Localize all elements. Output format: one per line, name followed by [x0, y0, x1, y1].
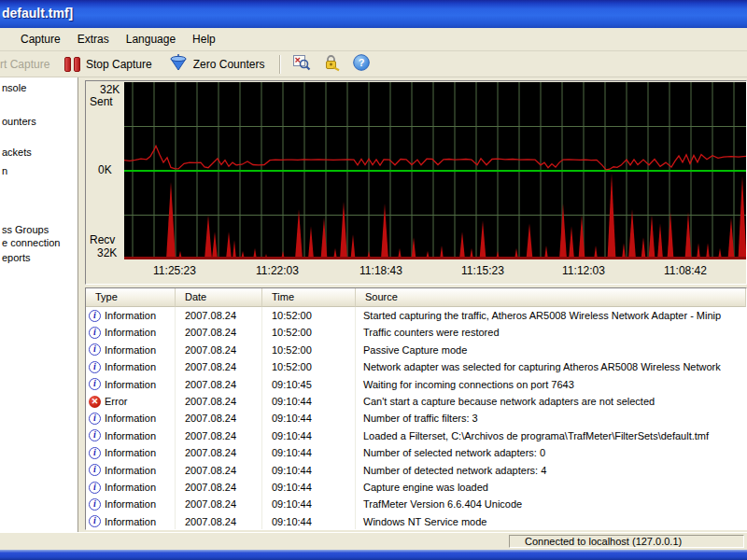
tree-item[interactable]: n — [2, 165, 7, 176]
log-cell-source: Windows NT Service mode — [356, 513, 746, 530]
log-cell-source: Waiting for incoming connections on port… — [356, 376, 746, 393]
log-cell-time: 10:52:00 — [262, 358, 356, 375]
title-bar[interactable]: default.tmf] — [0, 0, 747, 28]
log-row[interactable]: iInformation2007.08.2410:52:00Network ad… — [86, 358, 746, 375]
log-cell-date: 2007.08.24 — [176, 513, 262, 530]
log-table: Type Date Time Source iInformation2007.0… — [85, 287, 747, 530]
traffic-graph-panel: 32K Sent 0K Recv 32K 11:25:2311:22:0311:… — [85, 80, 747, 285]
log-cell-date: 2007.08.24 — [176, 376, 262, 393]
log-cell-source: Loaded a Filterset, C:\Archivos de progr… — [356, 427, 746, 444]
log-cell-type: iInformation — [86, 513, 176, 530]
information-icon: i — [89, 343, 101, 356]
zero-counters-label: Zero Counters — [193, 58, 265, 71]
column-header-source[interactable]: Source — [356, 288, 746, 307]
log-cell-type: iInformation — [86, 444, 176, 461]
stop-capture-label: Stop Capture — [86, 58, 152, 71]
log-cell-date: 2007.08.24 — [176, 462, 262, 479]
stop-capture-button[interactable]: Stop Capture — [61, 55, 156, 74]
log-cell-time: 09:10:44 — [262, 444, 356, 461]
log-row[interactable]: iInformation2007.08.2410:52:00Started ca… — [86, 307, 746, 324]
menu-item-extras[interactable]: Extras — [69, 30, 118, 49]
log-table-header: Type Date Time Source — [86, 288, 746, 307]
log-cell-type: iInformation — [86, 376, 176, 393]
help-button[interactable]: ? — [349, 53, 374, 76]
information-icon: i — [89, 429, 101, 441]
log-cell-time: 09:10:44 — [262, 479, 356, 496]
log-row[interactable]: iInformation2007.08.2409:10:44Number of … — [86, 462, 746, 479]
log-cell-date: 2007.08.24 — [176, 496, 262, 512]
log-cell-time: 10:52:00 — [262, 307, 356, 324]
log-row[interactable]: iInformation2007.08.2409:10:44Capture en… — [86, 479, 746, 496]
log-row[interactable]: iInformation2007.08.2409:10:44Loaded a F… — [86, 427, 746, 444]
log-cell-time: 10:52:00 — [262, 342, 356, 358]
tree-item[interactable]: nsole — [2, 82, 26, 93]
log-cell-date: 2007.08.24 — [176, 410, 262, 427]
y-axis-zero-label: 0K — [98, 163, 112, 176]
menu-item-capture[interactable]: Capture — [12, 30, 69, 49]
log-cell-date: 2007.08.24 — [176, 324, 262, 341]
navigation-tree: nsoleountersacketsnss Groupse connection… — [0, 77, 78, 532]
log-cell-type: ✕Error — [86, 393, 176, 410]
log-cell-source: Number of selected network adapters: 0 — [356, 444, 746, 461]
lock-button[interactable] — [319, 53, 344, 76]
log-row[interactable]: iInformation2007.08.2409:10:44Windows NT… — [86, 513, 746, 530]
help-icon: ? — [352, 53, 371, 75]
information-icon: i — [89, 361, 101, 373]
log-cell-source: Passive Capture mode — [356, 342, 746, 358]
tree-item[interactable]: ounters — [2, 116, 36, 127]
log-row[interactable]: iInformation2007.08.2409:10:44Number of … — [86, 410, 746, 427]
log-cell-date: 2007.08.24 — [176, 479, 262, 496]
log-row[interactable]: iInformation2007.08.2409:10:44Number of … — [86, 444, 746, 461]
recv-series-label: Recv — [90, 233, 115, 246]
menu-bar: CaptureExtrasLanguageHelp — [0, 28, 747, 51]
zero-counters-button[interactable]: Zero Counters — [165, 51, 269, 77]
information-icon: i — [89, 482, 101, 494]
log-cell-source: Network adapter was selected for capturi… — [356, 358, 746, 375]
log-table-body: iInformation2007.08.2410:52:00Started ca… — [86, 307, 746, 530]
find-filter-icon — [292, 53, 311, 75]
column-header-time[interactable]: Time — [262, 288, 356, 307]
log-row[interactable]: iInformation2007.08.2409:10:45Waiting fo… — [86, 376, 746, 393]
zero-counters-icon — [169, 53, 188, 75]
window-title: default.tmf] — [2, 6, 73, 21]
information-icon: i — [89, 498, 101, 511]
sent-series-label: Sent — [90, 95, 113, 108]
tree-item[interactable]: ackets — [2, 147, 32, 158]
find-filter-button[interactable] — [289, 53, 314, 76]
tree-item[interactable]: eports — [2, 252, 31, 263]
time-tick-label: 11:08:42 — [664, 264, 707, 277]
window-bottom-border — [0, 550, 747, 560]
error-icon: ✕ — [89, 396, 101, 408]
log-cell-type: iInformation — [86, 307, 176, 324]
log-cell-source: Started capturing the traffic, Atheros A… — [356, 307, 746, 324]
log-row[interactable]: iInformation2007.08.2409:10:44TrafMeter … — [86, 496, 746, 512]
log-row[interactable]: iInformation2007.08.2410:52:00Traffic co… — [86, 324, 746, 341]
column-header-type[interactable]: Type — [86, 288, 176, 307]
log-cell-date: 2007.08.24 — [176, 427, 262, 444]
log-cell-time: 09:10:44 — [262, 410, 356, 427]
log-row[interactable]: ✕Error2007.08.2409:10:44Can't start a ca… — [86, 393, 746, 410]
main-area: nsoleountersacketsnss Groupse connection… — [0, 77, 747, 532]
column-header-date[interactable]: Date — [176, 288, 262, 307]
information-icon: i — [89, 515, 101, 527]
log-row[interactable]: iInformation2007.08.2410:52:00Passive Ca… — [86, 342, 746, 358]
information-icon: i — [89, 378, 101, 390]
log-cell-source: Number of detected network adapters: 4 — [356, 462, 746, 479]
log-cell-date: 2007.08.24 — [176, 393, 262, 410]
time-axis: 11:25:2311:22:0311:18:4311:15:2311:12:03… — [124, 261, 746, 280]
information-icon: i — [89, 413, 101, 425]
menu-item-language[interactable]: Language — [118, 30, 184, 49]
log-cell-type: iInformation — [86, 342, 176, 358]
content-panel: 32K Sent 0K Recv 32K 11:25:2311:22:0311:… — [85, 77, 747, 532]
tree-item[interactable]: ss Groups — [2, 224, 49, 235]
pause-icon — [64, 57, 80, 72]
log-cell-type: iInformation — [86, 410, 176, 427]
log-cell-type: iInformation — [86, 496, 176, 512]
menu-item-help[interactable]: Help — [184, 30, 224, 49]
tree-item[interactable]: e connection — [2, 237, 60, 248]
log-cell-time: 09:10:44 — [262, 393, 356, 410]
log-cell-date: 2007.08.24 — [176, 307, 262, 324]
information-icon: i — [89, 447, 101, 459]
toolbar-separator — [279, 55, 281, 74]
svg-text:?: ? — [359, 57, 365, 68]
